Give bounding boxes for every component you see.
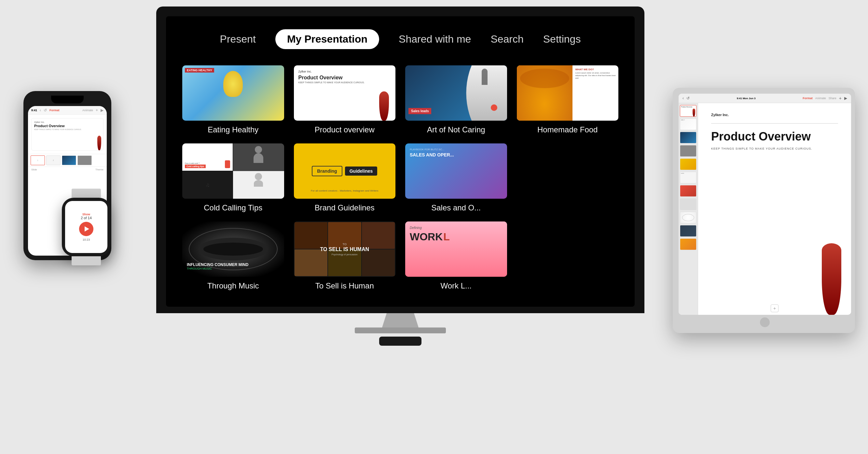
iphone-format-tab[interactable]: Format	[50, 109, 80, 112]
po-title: Product Overview	[299, 74, 391, 80]
ipad-play-btn[interactable]: ▶	[844, 96, 847, 100]
anc-dot	[491, 104, 497, 111]
tv-card-sales-ops[interactable]: PLAYBOOK FOR BLITZ SC... SALES AND OPER.…	[405, 143, 507, 213]
po-vase	[379, 91, 389, 121]
scene: Present My Presentation Shared with me S…	[0, 0, 868, 454]
eating-healthy-badge: EATING HEALTHY	[185, 68, 214, 72]
iphone-bottom-bar: Slide Theme	[28, 166, 107, 172]
ipad-thumb-3[interactable]	[680, 132, 696, 143]
art-not-caring-thumb: Sales leads	[405, 65, 507, 121]
tv-card-music[interactable]: INFLUENCING CONSUMER MIND THROUGH MUSIC …	[182, 222, 284, 290]
iphone-presentation-card: Zylker Inc. Product Overview KEEP THINGS…	[31, 118, 103, 151]
ipad-thumb-1[interactable]: Product Overview	[680, 105, 696, 117]
ipad-thumb-4[interactable]	[680, 145, 696, 157]
iphone-fwd-btn[interactable]: ↺	[43, 108, 47, 112]
cc-q2	[234, 143, 284, 171]
ipad-thumb-6[interactable]: content	[680, 172, 696, 184]
ipad-nav-right: Format Animate Share + ▶	[803, 96, 847, 101]
tv-nav-shared[interactable]: Shared with me	[399, 33, 471, 45]
brand-guidelines-thumb: Branding Guidelines For all content crea…	[294, 143, 396, 199]
ipad-add-row: +	[708, 304, 841, 312]
iphone-subtitle: KEEP THINGS SIMPLE TO MAKE YOUR AUDIENCE…	[34, 128, 100, 130]
watch-slide-count: 2 of 14	[81, 216, 92, 220]
tv-nav-settings[interactable]: Settings	[543, 33, 581, 45]
ipad-undo-btn[interactable]: ↺	[686, 96, 690, 100]
ipad-add-slide-btn[interactable]: +	[771, 304, 778, 312]
tv-card-brand-guidelines[interactable]: Branding Guidelines For all content crea…	[294, 143, 396, 213]
music-line2: THROUGH MUSIC	[187, 267, 248, 270]
tv-nav-present[interactable]: Present	[220, 33, 256, 45]
cc-q4	[234, 171, 284, 199]
ipad-pres-sub: KEEP THINGS SIMPLE TO MAKE YOUR AUDIENCE…	[711, 147, 838, 150]
ipad-thumb-11[interactable]	[680, 238, 696, 250]
iphone-time: 9:41	[31, 109, 37, 112]
eating-healthy-thumb: EATING HEALTHY	[182, 65, 284, 121]
cc-q3: ♫	[182, 171, 233, 199]
tv-nav-my-presentation[interactable]: My Presentation	[275, 29, 379, 49]
iphone-slide-4[interactable]	[78, 156, 92, 165]
iphone-vase	[97, 136, 101, 150]
tv-card-cold-calling[interactable]: Cold calling tips Does it really work ?	[182, 143, 284, 213]
music-label: Through Music	[207, 281, 259, 290]
ipad-back-btn[interactable]: ‹	[682, 96, 684, 100]
iphone-slide-2[interactable]: 2	[46, 156, 61, 165]
hf-body: Lorem ipsum dolor sit amet, consectetur …	[575, 72, 616, 79]
tv-card-product-overview[interactable]: Zylker Inc. Product Overview KEEP THINGS…	[294, 65, 396, 134]
iphone-topbar: 9:41 ‹ ↺ Format Animate + ▶	[28, 106, 107, 115]
sell-title: TO SELL IS HUMAN	[320, 247, 369, 252]
iphone-play-btn[interactable]: ▶	[100, 108, 103, 112]
ipad-home-button[interactable]	[760, 317, 770, 327]
ipad-thumb-10[interactable]	[680, 225, 696, 237]
iphone-slide-3[interactable]	[62, 156, 76, 165]
product-overview-thumb: Zylker Inc. Product Overview KEEP THINGS…	[294, 65, 396, 121]
watch-play-icon	[85, 226, 89, 232]
ipad-thumb-7[interactable]	[680, 185, 696, 197]
iphone-add-btn[interactable]: +	[96, 108, 98, 112]
ipad-thumb-8[interactable]	[680, 198, 696, 210]
ipad-thumb-5[interactable]	[680, 158, 696, 170]
ipad-pres-title: Product Overview	[711, 130, 838, 143]
music-thumb: INFLUENCING CONSUMER MIND THROUGH MUSIC	[182, 222, 284, 277]
work-thumb: Defining WORK L	[405, 222, 507, 277]
iphone-slide-1[interactable]: 1	[31, 156, 45, 165]
tv-card-art-not-caring[interactable]: Sales leads Art of Not Caring	[405, 65, 507, 134]
ipad-thumb-9[interactable]	[680, 212, 696, 223]
iphone-company: Zylker Inc.	[34, 121, 100, 123]
eating-healthy-label: Eating Healthy	[208, 125, 258, 134]
watch-band-top	[71, 189, 101, 198]
ipad-format-tab[interactable]: Format	[803, 97, 813, 100]
so-playbook: PLAYBOOK FOR BLITZ SC...	[410, 148, 502, 151]
music-line1: INFLUENCING CONSUMER MIND	[187, 262, 248, 267]
watch-show-label: Show	[82, 213, 90, 216]
tv-card-sell-human[interactable]: TO TO SELL IS HUMAN Psychology of persua…	[294, 222, 396, 290]
iphone-notch	[51, 96, 84, 103]
ipad-topbar: ‹ ↺ 9:41 Mon Jun 3 Format Animate Share …	[679, 94, 851, 103]
watch-share-screen: Show 2 of 14 10:23	[65, 201, 107, 253]
ipad-share-tab[interactable]: Share	[829, 97, 836, 100]
watch-play-button[interactable]	[79, 222, 93, 236]
ipad-thumb-2[interactable]: slide 2	[680, 118, 696, 130]
ipad-time: 9:41 Mon Jun 3	[737, 97, 756, 100]
ipad-presentation-content: Zylker Inc. Product Overview KEEP THINGS…	[698, 103, 851, 315]
tv-card-eating-healthy[interactable]: EATING HEALTHY Eating Healthy	[182, 65, 284, 134]
tv-card-work[interactable]: Defining WORK L Work L...	[405, 222, 507, 290]
tv-card-homemade-food[interactable]: WHAT WE DO? Lorem ipsum dolor sit amet, …	[517, 65, 619, 134]
iphone-animate-tab[interactable]: Animate	[82, 109, 93, 112]
iphone-back-btn[interactable]: ‹	[40, 108, 41, 112]
ipad-body: ‹ ↺ 9:41 Mon Jun 3 Format Animate Share …	[673, 88, 855, 333]
art-not-caring-label: Art of Not Caring	[427, 125, 485, 134]
ipad-screen: ‹ ↺ 9:41 Mon Jun 3 Format Animate Share …	[679, 94, 851, 315]
homemade-food-thumb: WHAT WE DO? Lorem ipsum dolor sit amet, …	[517, 65, 619, 121]
ipad-animate-tab[interactable]: Animate	[815, 97, 826, 100]
sell-to: TO	[343, 242, 347, 246]
ipad-main: Product Overview slide 2 co	[679, 103, 851, 315]
work-letter: L	[443, 231, 450, 243]
cold-calling-badge: Cold calling tips	[185, 165, 206, 168]
brand-guidelines-label: Brand Guidelines	[315, 203, 375, 213]
sales-ops-thumb: PLAYBOOK FOR BLITZ SC... SALES AND OPER.…	[405, 143, 507, 199]
po-company: Zylker Inc.	[299, 70, 391, 73]
cold-calling-thumb: Cold calling tips Does it really work ?	[182, 143, 284, 199]
tv-nav-search[interactable]: Search	[491, 33, 523, 45]
ipad-add-btn[interactable]: +	[839, 96, 842, 101]
work-big: WORK	[410, 231, 443, 243]
